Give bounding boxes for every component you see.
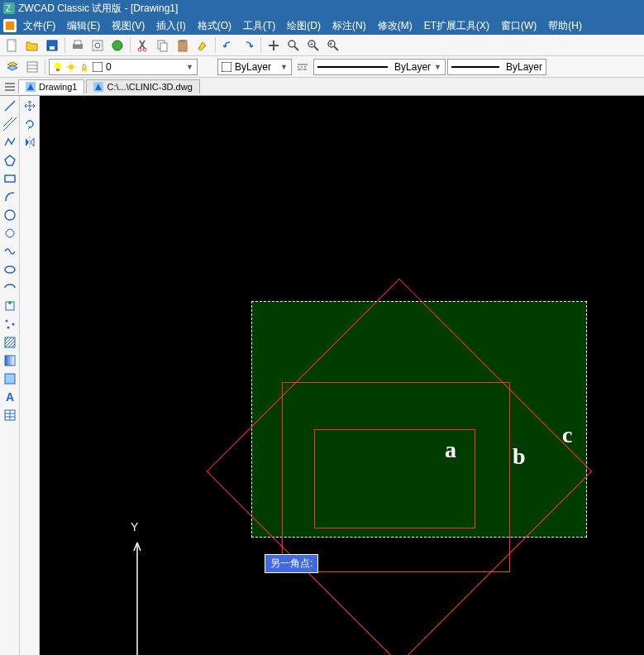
toolbar-separator (130, 38, 131, 53)
modify-toolbar (20, 96, 40, 655)
svg-rect-28 (56, 69, 60, 71)
toolbar-separator (215, 38, 216, 53)
menu-window[interactable]: 窗口(W) (496, 17, 541, 35)
svg-line-47 (3, 117, 17, 127)
paste-button[interactable] (174, 36, 192, 55)
svg-line-61 (12, 344, 15, 347)
copy-button[interactable] (154, 36, 172, 55)
revcloud-tool[interactable] (2, 225, 18, 241)
color-dropdown[interactable]: ByLayer ▼ (217, 59, 292, 75)
insert-block-tool[interactable] (2, 298, 18, 314)
move-tool[interactable] (21, 98, 38, 114)
svg-point-50 (5, 210, 15, 220)
toolbar-standard: + (0, 35, 644, 56)
menu-edit[interactable]: 编辑(E) (62, 17, 105, 35)
circle-tool[interactable] (2, 207, 18, 223)
menu-app-icon[interactable] (3, 19, 17, 32)
svg-rect-35 (93, 62, 103, 72)
tabs-menu-icon[interactable] (3, 80, 17, 93)
toolbar-separator (260, 38, 261, 53)
ellipse-tool[interactable] (2, 261, 18, 278)
layer-manager-button[interactable] (3, 58, 21, 76)
lock-icon (79, 62, 89, 72)
ucs-icon: Y (122, 519, 155, 655)
menu-modify[interactable]: 修改(M) (373, 17, 417, 35)
sun-icon (66, 62, 76, 72)
menu-help[interactable]: 帮助(H) (543, 17, 587, 35)
mirror-tool[interactable] (21, 134, 38, 151)
zoom-prev-button[interactable] (324, 36, 342, 55)
gradient-tool[interactable] (2, 352, 18, 369)
toolbar-layers: 0 ▼ ByLayer ▼ ByLayer ▼ ByLayer (0, 56, 644, 78)
text-tool[interactable]: A (2, 389, 18, 405)
svg-marker-48 (5, 155, 15, 165)
line-tool[interactable] (2, 98, 18, 114)
rectangle-tool[interactable] (2, 170, 18, 187)
publish-button[interactable] (108, 36, 126, 55)
color-swatch-icon (222, 62, 231, 72)
menu-view[interactable]: 视图(V) (107, 17, 150, 35)
layer-dropdown[interactable]: 0 ▼ (49, 59, 198, 75)
tab-label: C:\...\CLINIC-3D.dwg (107, 82, 192, 92)
svg-rect-41 (5, 86, 15, 88)
xline-tool[interactable] (2, 116, 18, 132)
tab-clinic3d[interactable]: C:\...\CLINIC-3D.dwg (86, 79, 199, 93)
drawing-canvas[interactable]: a b c 另一角点: Y (40, 96, 644, 655)
layer-color-icon (93, 62, 103, 72)
svg-line-21 (314, 46, 318, 50)
cut-button[interactable] (134, 36, 152, 55)
ellipsearc-tool[interactable] (2, 280, 18, 296)
spline-tool[interactable] (2, 243, 18, 260)
svg-rect-36 (222, 62, 231, 72)
polygon-tool[interactable] (2, 152, 18, 169)
svg-rect-15 (160, 43, 167, 51)
menu-tools[interactable]: 工具(T) (238, 17, 280, 35)
arc-tool[interactable] (2, 189, 18, 205)
polyline-tool[interactable] (2, 134, 18, 151)
preview-button[interactable] (88, 36, 107, 55)
draw-toolbar: A (0, 96, 20, 655)
svg-rect-34 (82, 67, 87, 71)
svg-point-54 (12, 323, 14, 326)
menu-insert[interactable]: 插入(I) (151, 17, 190, 35)
pan-button[interactable] (265, 36, 283, 55)
point-tool[interactable] (2, 316, 18, 332)
zoom-window-button[interactable]: + (304, 36, 322, 55)
table-tool[interactable] (2, 407, 18, 423)
hatch-tool[interactable] (2, 334, 18, 351)
command-prompt: 另一角点: (265, 554, 318, 573)
new-button[interactable] (3, 36, 21, 55)
open-button[interactable] (23, 36, 41, 55)
menu-dim[interactable]: 标注(N) (327, 17, 371, 35)
lineweight-value: ByLayer (506, 61, 542, 73)
svg-rect-8 (74, 41, 81, 45)
svg-point-29 (69, 65, 74, 69)
print-button[interactable] (69, 36, 87, 55)
region-tool[interactable] (2, 371, 18, 387)
menu-format[interactable]: 格式(O) (193, 17, 236, 35)
linetype-dropdown[interactable]: ByLayer ▼ (313, 59, 446, 75)
prompt-text: 另一角点: (270, 557, 312, 569)
redo-button[interactable] (239, 36, 257, 55)
svg-point-55 (7, 327, 9, 329)
tab-drawing1[interactable]: Drawing1 (18, 79, 84, 93)
color-value: ByLayer (235, 61, 271, 73)
svg-rect-3 (6, 22, 14, 30)
svg-line-19 (294, 46, 298, 50)
drawing-icon (26, 82, 36, 92)
workspace: A a b c 另一角点: Y (0, 96, 644, 655)
linetype-manager-button[interactable] (293, 58, 312, 76)
rotate-tool[interactable] (21, 116, 38, 132)
menu-et[interactable]: ET扩展工具(X) (419, 17, 494, 35)
save-button[interactable] (43, 36, 61, 55)
svg-line-60 (8, 341, 15, 347)
menu-draw[interactable]: 绘图(D) (282, 17, 326, 35)
lineweight-dropdown[interactable]: ByLayer (447, 59, 546, 75)
matchprop-button[interactable] (193, 36, 212, 55)
undo-button[interactable] (219, 36, 237, 55)
menu-file[interactable]: 文件(F) (18, 17, 60, 35)
layer-name: 0 (106, 61, 112, 73)
svg-rect-62 (5, 356, 15, 366)
layer-state-button[interactable] (23, 58, 41, 76)
zoom-realtime-button[interactable] (284, 36, 303, 55)
